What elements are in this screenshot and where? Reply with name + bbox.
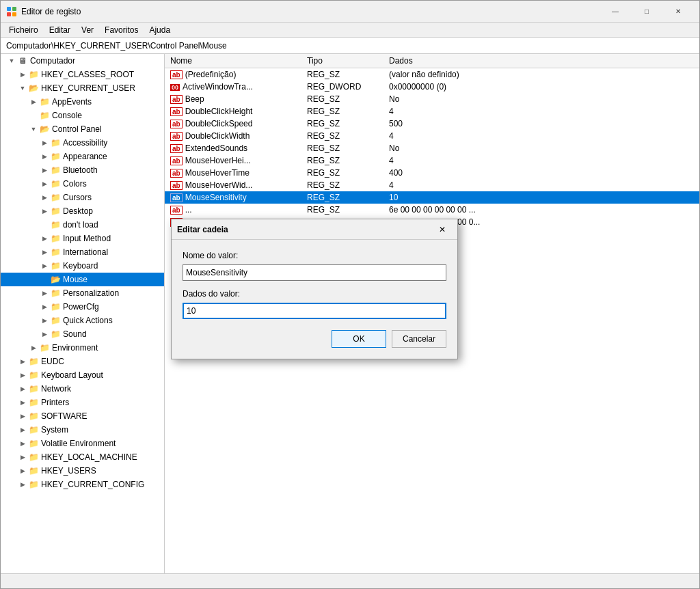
expand-bluetooth[interactable]: ▶ [39,165,50,176]
tree-item-bluetooth[interactable]: ▶ 📁 Bluetooth [1,163,164,177]
table-row[interactable]: abMouseHoverHei... REG_SZ 4 [165,154,699,167]
expand-controlpanel[interactable]: ▼ [28,124,39,135]
tree-item-inputmethod[interactable]: ▶ 📁 Input Method [1,232,164,245]
table-row[interactable]: ab... REG_SZ 6e 00 00 00 00 00 00 ... [165,204,699,216]
expand-system[interactable]: ▶ [17,424,28,435]
expand-hkcr[interactable]: ▶ [17,69,28,80]
tree-item-keyboard[interactable]: ▶ 📁 Keyboard [1,259,164,273]
table-row[interactable]: abDoubleClickWidth REG_SZ 4 [165,130,699,142]
tree-item-appearance[interactable]: ▶ 📁 Appearance [1,150,164,163]
menu-favoritos[interactable]: Favoritos [99,24,144,36]
expand-powercfg[interactable]: ▶ [39,301,50,312]
tree-item-quickactions[interactable]: ▶ 📁 Quick Actions [1,314,164,327]
tree-item-computador[interactable]: ▼ 🖥 Computador [1,54,164,68]
menu-editar[interactable]: Editar [44,24,76,36]
table-row[interactable]: abExtendedSounds REG_SZ No [165,142,699,154]
menu-ficheiro[interactable]: Ficheiro [3,24,44,36]
dialog-close-button[interactable]: ✕ [433,221,452,238]
tree-label: Keyboard Layout [41,370,103,380]
expand-sound[interactable]: ▶ [39,329,50,340]
tree-item-sound[interactable]: ▶ 📁 Sound [1,327,164,341]
expand-volatile[interactable]: ▶ [17,438,28,449]
expand-environment[interactable]: ▶ [28,342,39,353]
tree-item-environment[interactable]: ▶ 📁 Environment [1,341,164,355]
folder-icon: 📁 [50,151,61,162]
folder-icon: 📁 [50,301,61,312]
tree-item-hkcu[interactable]: ▼ 📂 HKEY_CURRENT_USER [1,81,164,95]
tree-item-keyboardlayout[interactable]: ▶ 📁 Keyboard Layout [1,368,164,382]
tree-item-eudc[interactable]: ▶ 📁 EUDC [1,355,164,368]
tree-item-appevents[interactable]: ▶ 📁 AppEvents [1,95,164,109]
tree-item-powercfg[interactable]: ▶ 📁 PowerCfg [1,300,164,314]
name-input[interactable] [183,264,446,281]
tree-label: Computador [30,56,75,66]
tree-label: Accessibility [63,138,107,148]
expand-accessibility[interactable]: ▶ [39,137,50,148]
maximize-button[interactable]: □ [631,1,662,23]
expand-hkcc[interactable]: ▶ [17,479,28,490]
expand-hku[interactable]: ▶ [17,465,28,476]
table-row-selected[interactable]: abMouseSensitivity REG_SZ 10 [165,191,699,204]
expand-appevents[interactable]: ▶ [28,96,39,107]
folder-icon: 📁 [28,479,39,490]
expand-international[interactable]: ▶ [39,247,50,258]
tree-item-network[interactable]: ▶ 📁 Network [1,382,164,396]
table-row[interactable]: abDoubleClickSpeed REG_SZ 500 [165,118,699,130]
tree-item-hkcc[interactable]: ▶ 📁 HKEY_CURRENT_CONFIG [1,478,164,491]
table-row[interactable]: abMouseHoverTime REG_SZ 400 [165,167,699,179]
tree-item-mouse[interactable]: ▶ 📂 Mouse [1,273,164,286]
tree-item-hku[interactable]: ▶ 📁 HKEY_USERS [1,464,164,478]
table-row[interactable]: abMouseHoverWid... REG_SZ 4 [165,179,699,191]
expand-hklm[interactable]: ▶ [17,452,28,463]
tree-item-cursors[interactable]: ▶ 📁 Cursors [1,191,164,204]
expand-cursors[interactable]: ▶ [39,192,50,203]
expand-desktop[interactable]: ▶ [39,206,50,217]
minimize-button[interactable]: — [600,1,631,23]
tree-item-volatile[interactable]: ▶ 📁 Volatile Environment [1,437,164,450]
menu-ver[interactable]: Ver [76,24,99,36]
tree-item-hkcr[interactable]: ▶ 📁 HKEY_CLASSES_ROOT [1,68,164,81]
expand-computador[interactable]: ▼ [6,55,17,66]
tree-item-colors[interactable]: ▶ 📁 Colors [1,177,164,191]
folder-icon-open: 📂 [50,274,61,285]
cancel-button[interactable]: Cancelar [392,330,446,348]
table-row[interactable]: 00ActiveWindowTra... REG_DWORD 0x0000000… [165,81,699,93]
table-row[interactable]: ab(Predefinição) REG_SZ (valor não defin… [165,68,699,81]
tree-item-desktop[interactable]: ▶ 📁 Desktop [1,204,164,218]
expand-hkcu[interactable]: ▼ [17,83,28,94]
table-row[interactable]: abDoubleClickHeight REG_SZ 4 [165,105,699,118]
close-button[interactable]: ✕ [662,1,694,23]
tree-item-controlpanel[interactable]: ▼ 📂 Control Panel [1,122,164,136]
tree-item-software[interactable]: ▶ 📁 SOFTWARE [1,409,164,423]
expand-keyboard[interactable]: ▶ [39,260,50,271]
expand-network[interactable]: ▶ [17,383,28,394]
folder-icon: 📁 [28,69,39,80]
menu-ajuda[interactable]: Ajuda [144,24,176,36]
col-nome: Nome [165,54,301,68]
tree-item-printers[interactable]: ▶ 📁 Printers [1,396,164,409]
expand-personalization[interactable]: ▶ [39,288,50,299]
expand-printers[interactable]: ▶ [17,397,28,408]
tree-item-accessibility[interactable]: ▶ 📁 Accessibility [1,136,164,150]
expand-inputmethod[interactable]: ▶ [39,233,50,244]
folder-icon: 📁 [28,411,39,422]
tree-item-hklm[interactable]: ▶ 📁 HKEY_LOCAL_MACHINE [1,450,164,464]
folder-icon: 📁 [50,315,61,326]
ok-button[interactable]: OK [332,330,386,348]
tree-item-console[interactable]: ▶ 📁 Console [1,109,164,122]
expand-eudc[interactable]: ▶ [17,356,28,367]
tree-item-system[interactable]: ▶ 📁 System [1,423,164,437]
tree-item-personalization[interactable]: ▶ 📁 Personalization [1,286,164,300]
expand-keyboardlayout[interactable]: ▶ [17,370,28,381]
tree-item-dontload[interactable]: ▶ 📁 don't load [1,218,164,232]
folder-icon: 📁 [50,219,61,230]
data-input[interactable] [183,303,446,319]
expand-appearance[interactable]: ▶ [39,151,50,162]
expand-colors[interactable]: ▶ [39,178,50,189]
tree-label: EUDC [41,357,64,366]
table-row[interactable]: abBeep REG_SZ No [165,93,699,105]
tree-label: Mouse [63,275,88,284]
tree-item-international[interactable]: ▶ 📁 International [1,245,164,259]
expand-quickactions[interactable]: ▶ [39,315,50,326]
expand-software[interactable]: ▶ [17,411,28,422]
